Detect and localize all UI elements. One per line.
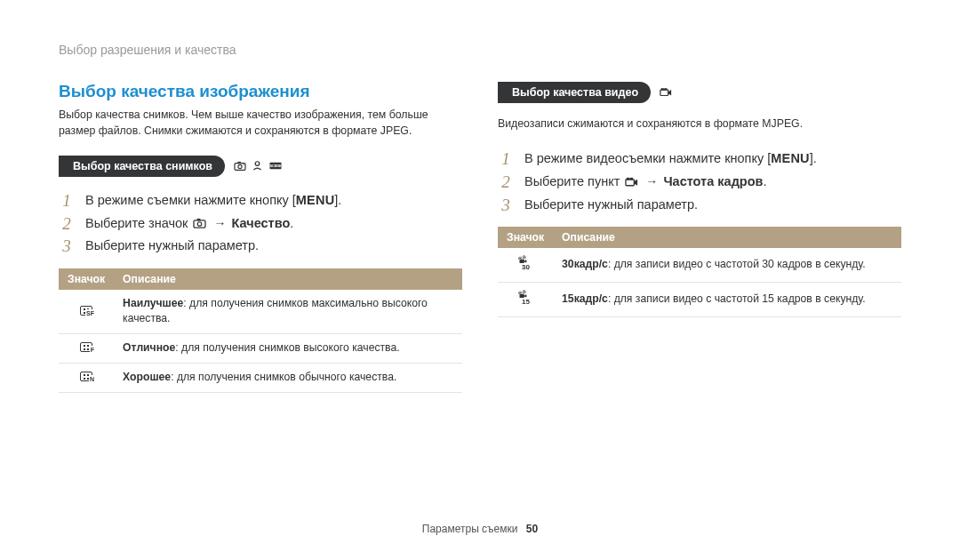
step-1-photo: В режиме съемки нажмите кнопку [MENU]. — [59, 189, 462, 212]
table-row: 15кадр/с: для записи видео с частотой 15… — [498, 283, 901, 317]
arrow-icon: → — [212, 216, 228, 230]
svg-rect-10 — [660, 90, 668, 96]
quality-superfine-icon — [80, 306, 92, 316]
svg-rect-12 — [664, 88, 667, 91]
opt-bold: 30кадр/с — [562, 258, 608, 270]
svg-rect-11 — [661, 88, 664, 91]
step-2-dot: . — [763, 174, 766, 188]
opt-rest: : для получения снимков высокого качеств… — [175, 341, 399, 354]
svg-point-1 — [238, 164, 242, 168]
svg-point-8 — [198, 221, 202, 225]
step-1-video: В режиме видеосъемки нажмите кнопку [MEN… — [498, 148, 901, 171]
movie-icon — [660, 86, 672, 99]
step-3-text: Выберите нужный параметр. — [524, 194, 698, 216]
arrow-icon: → — [644, 174, 660, 188]
pill-photo-quality: Выбор качества снимков — [59, 156, 225, 177]
step-2-dot: . — [290, 216, 293, 230]
step-2-bold: Качество — [232, 216, 291, 230]
mode-icons-photo: SCENE — [234, 160, 282, 172]
step-1-text-a: В режиме видеосъемки нажмите кнопку [ — [524, 151, 771, 165]
quality-fine-icon — [80, 342, 92, 352]
step-2-text-a: Выберите пункт — [524, 174, 623, 188]
svg-rect-13 — [626, 180, 634, 186]
step-3-photo: Выберите нужный параметр. — [59, 235, 462, 258]
table-row: 30кадр/с: для записи видео с частотой 30… — [498, 248, 901, 282]
table-row: Отличное: для получения снимков высокого… — [59, 334, 462, 364]
step-2-text-a: Выберите значок — [85, 216, 191, 230]
svg-rect-14 — [627, 178, 629, 180]
mode-icons-video — [660, 86, 672, 99]
intro-text-right: Видеозаписи сжимаются и сохраняются в фо… — [498, 116, 901, 132]
step-1-text-b: ]. — [810, 151, 817, 165]
step-1-text-a: В режиме съемки нажмите кнопку [ — [85, 193, 296, 207]
svg-point-4 — [256, 162, 260, 166]
opt-bold: Наилучшее — [123, 297, 183, 309]
svg-point-3 — [243, 164, 244, 164]
page-number: 50 — [526, 523, 538, 535]
menu-key: MENU — [296, 193, 335, 207]
pill-video-quality: Выбор качества видео — [498, 82, 651, 103]
video-quality-table: Значок Описание 30кадр/с: для записи вид… — [498, 227, 901, 316]
scene-icon: SCENE — [269, 160, 282, 172]
svg-rect-7 — [194, 220, 205, 227]
opt-bold: Отличное — [123, 341, 175, 354]
breadcrumb: Выбор разрешения и качества — [59, 43, 901, 57]
table-row: Наилучшее: для получения снимков максима… — [59, 290, 462, 334]
left-column: Выбор качества изображения Выбор качеств… — [59, 82, 462, 393]
intro-text-left: Выбор качества снимков. Чем выше качеств… — [59, 107, 462, 140]
opt-bold: 15кадр/с — [562, 292, 608, 305]
step-2-bold: Частота кадров — [663, 174, 763, 188]
step-3-video: Выберите нужный параметр. — [498, 194, 901, 217]
table-row: Хорошее: для получения снимков обычного … — [59, 363, 462, 392]
steps-photo: В режиме съемки нажмите кнопку [MENU]. В… — [59, 189, 462, 258]
fps-30-icon — [517, 254, 533, 270]
subsection-header-video-quality: Выбор качества видео — [498, 82, 901, 103]
svg-rect-2 — [237, 162, 240, 164]
camera-icon — [234, 160, 246, 172]
section-title-image-quality: Выбор качества изображения — [59, 82, 462, 101]
fps-15-icon — [517, 289, 533, 305]
subsection-header-photo-quality: Выбор качества снимков SCENE — [59, 156, 462, 177]
photo-quality-table: Значок Описание Наилучшее: для получения… — [59, 268, 462, 393]
step-3-text: Выберите нужный параметр. — [85, 235, 259, 257]
th-icon: Значок — [498, 227, 553, 248]
movie-small-icon — [625, 177, 638, 190]
opt-rest: : для получения снимков обычного качеств… — [171, 371, 396, 383]
page-footer: Параметры съемки 50 — [0, 523, 960, 535]
opt-rest: : для записи видео с частотой 15 кадров … — [608, 292, 866, 305]
footer-section-label: Параметры съемки — [422, 523, 518, 535]
th-icon: Значок — [59, 268, 114, 290]
steps-video: В режиме видеосъемки нажмите кнопку [MEN… — [498, 148, 901, 216]
quality-normal-icon — [80, 372, 92, 381]
portrait-icon — [252, 160, 264, 172]
svg-text:SCENE: SCENE — [269, 165, 282, 169]
step-2-photo: Выберите значок → Качество. — [59, 212, 462, 236]
svg-rect-9 — [197, 218, 201, 220]
two-column-layout: Выбор качества изображения Выбор качеств… — [59, 82, 901, 393]
svg-rect-15 — [630, 178, 633, 180]
menu-key: MENU — [771, 151, 810, 165]
step-1-text-b: ]. — [334, 193, 341, 207]
th-description: Описание — [114, 268, 462, 290]
th-description: Описание — [553, 227, 901, 248]
opt-rest: : для записи видео с частотой 30 кадров … — [608, 258, 866, 270]
step-2-video: Выберите пункт → Частота кадров. — [498, 171, 901, 194]
right-column: Выбор качества видео Видеозаписи сжимают… — [498, 82, 901, 393]
camera-small-icon — [193, 218, 206, 231]
opt-bold: Хорошее — [123, 371, 171, 383]
